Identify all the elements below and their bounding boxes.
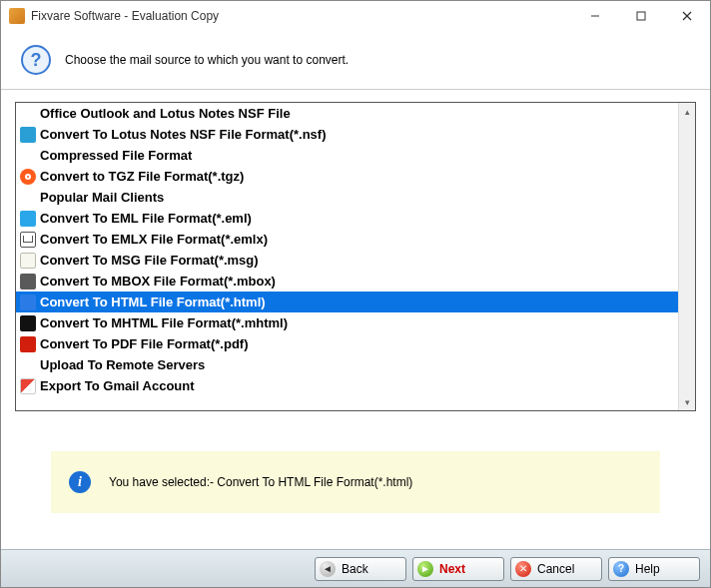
- list-item[interactable]: Convert to TGZ File Format(*.tgz): [16, 166, 678, 187]
- cancel-x-icon: ✕: [515, 561, 531, 577]
- pdf-icon: [20, 336, 36, 352]
- next-button[interactable]: ► Next: [412, 557, 504, 581]
- list-item-label: Export To Gmail Account: [40, 378, 195, 393]
- nsf-icon: [20, 127, 36, 143]
- list-item[interactable]: Convert To EML File Format(*.eml): [16, 208, 678, 229]
- list-item-label: Office Outlook and Lotus Notes NSF File: [40, 106, 291, 121]
- cancel-button[interactable]: ✕ Cancel: [510, 557, 602, 581]
- app-icon: [9, 8, 25, 24]
- maximize-button[interactable]: [618, 1, 664, 31]
- instruction-header: ? Choose the mail source to which you wa…: [1, 31, 710, 90]
- list-item-label: Convert To MHTML File Format(*.mhtml): [40, 315, 288, 330]
- list-item[interactable]: Convert To PDF File Format(*.pdf): [16, 333, 678, 354]
- list-item-label: Convert To MSG File Format(*.msg): [40, 253, 259, 268]
- list-item[interactable]: Convert To Lotus Notes NSF File Format(*…: [16, 124, 678, 145]
- info-icon: i: [69, 471, 91, 493]
- list-item-label: Convert to TGZ File Format(*.tgz): [40, 169, 244, 184]
- list-item-label: Convert To HTML File Format(*.html): [40, 294, 266, 309]
- back-arrow-icon: ◄: [320, 561, 336, 577]
- list-item[interactable]: Convert To MHTML File Format(*.mhtml): [16, 312, 678, 333]
- next-label: Next: [439, 562, 465, 576]
- tgz-icon: [20, 169, 36, 185]
- list-item[interactable]: Export To Gmail Account: [16, 375, 678, 396]
- list-section-header: Popular Mail Clients: [16, 187, 678, 208]
- eml-icon: [20, 211, 36, 227]
- content-area: Office Outlook and Lotus Notes NSF FileC…: [1, 90, 710, 549]
- help-question-icon: ?: [613, 561, 629, 577]
- back-button[interactable]: ◄ Back: [315, 557, 406, 581]
- list-section-header: Compressed File Format: [16, 145, 678, 166]
- scroll-down-icon[interactable]: ▾: [679, 393, 695, 410]
- list-item-label: Convert To PDF File Format(*.pdf): [40, 336, 248, 351]
- close-button[interactable]: [664, 1, 710, 31]
- selection-infobar: i You have selected:- Convert To HTML Fi…: [51, 451, 660, 513]
- back-label: Back: [342, 562, 368, 576]
- footer: ◄ Back ► Next ✕ Cancel ? Help: [1, 549, 710, 587]
- msg-icon: [20, 253, 36, 269]
- list-item[interactable]: Convert To EMLX File Format(*.emlx): [16, 229, 678, 250]
- window-controls: [572, 1, 710, 31]
- list-item-label: Popular Mail Clients: [40, 190, 164, 205]
- instruction-text: Choose the mail source to which you want…: [65, 53, 349, 67]
- minimize-button[interactable]: [572, 1, 618, 31]
- next-arrow-icon: ►: [417, 561, 433, 577]
- help-button[interactable]: ? Help: [608, 557, 700, 581]
- question-icon: ?: [21, 45, 51, 75]
- format-list[interactable]: Office Outlook and Lotus Notes NSF FileC…: [16, 103, 678, 410]
- list-item[interactable]: Convert To MBOX File Format(*.mbox): [16, 271, 678, 292]
- list-item[interactable]: Convert To HTML File Format(*.html): [16, 292, 678, 312]
- format-list-container: Office Outlook and Lotus Notes NSF FileC…: [15, 102, 696, 411]
- cancel-label: Cancel: [537, 562, 574, 576]
- app-window: Fixvare Software - Evaluation Copy ? Cho…: [0, 0, 711, 588]
- list-item-label: Convert To EMLX File Format(*.emlx): [40, 232, 268, 247]
- html-icon: [20, 294, 36, 310]
- list-item-label: Convert To Lotus Notes NSF File Format(*…: [40, 127, 327, 142]
- svg-rect-1: [637, 12, 645, 20]
- emlx-icon: [20, 232, 36, 248]
- list-section-header: Upload To Remote Servers: [16, 354, 678, 375]
- list-section-header: Office Outlook and Lotus Notes NSF File: [16, 103, 678, 124]
- help-label: Help: [635, 562, 660, 576]
- gmail-icon: [20, 378, 36, 394]
- mbox-icon: [20, 274, 36, 290]
- list-item-label: Convert To MBOX File Format(*.mbox): [40, 274, 276, 289]
- scroll-up-icon[interactable]: ▴: [679, 103, 695, 120]
- scrollbar[interactable]: ▴ ▾: [678, 103, 695, 410]
- list-item[interactable]: Convert To MSG File Format(*.msg): [16, 250, 678, 271]
- list-item-label: Upload To Remote Servers: [40, 357, 205, 372]
- titlebar: Fixvare Software - Evaluation Copy: [1, 1, 710, 31]
- list-item-label: Compressed File Format: [40, 148, 192, 163]
- window-title: Fixvare Software - Evaluation Copy: [31, 9, 572, 23]
- selection-text: You have selected:- Convert To HTML File…: [109, 475, 412, 489]
- mhtml-icon: [20, 315, 36, 331]
- list-item-label: Convert To EML File Format(*.eml): [40, 211, 252, 226]
